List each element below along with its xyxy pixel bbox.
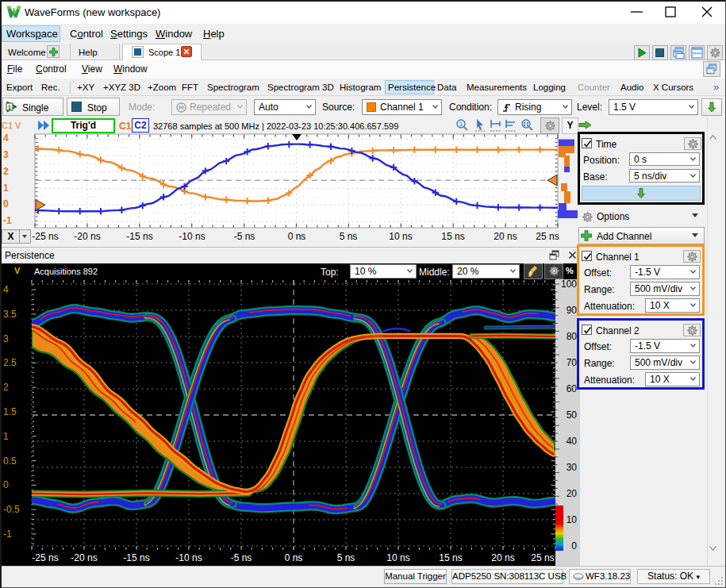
svg-text:-25 ns: -25 ns	[32, 552, 58, 563]
svg-text:1: 1	[459, 121, 463, 127]
svg-text:2.5: 2.5	[3, 357, 17, 368]
svg-text:25 ns: 25 ns	[531, 552, 554, 563]
svg-text:4: 4	[3, 284, 9, 295]
svg-text:1.5: 1.5	[3, 406, 17, 417]
svg-text:0: 0	[3, 479, 9, 490]
svg-text:5 ns: 5 ns	[337, 552, 355, 563]
svg-text:3.5: 3.5	[3, 309, 17, 320]
svg-text:0 ns: 0 ns	[285, 552, 303, 563]
svg-text:3: 3	[3, 333, 9, 344]
svg-text:-5 ns: -5 ns	[231, 552, 252, 563]
svg-text:1: 1	[8, 104, 12, 111]
svg-text:-1: -1	[3, 528, 12, 540]
svg-text:20 ns: 20 ns	[491, 552, 514, 563]
svg-text:2: 2	[3, 382, 9, 393]
svg-text:1: 1	[3, 431, 9, 442]
svg-text:-20 ns: -20 ns	[71, 552, 97, 563]
svg-text:15 ns: 15 ns	[439, 552, 462, 563]
svg-text:10 ns: 10 ns	[386, 552, 409, 563]
svg-text:0.5: 0.5	[3, 455, 17, 467]
svg-text:-10 ns: -10 ns	[175, 552, 202, 563]
svg-text:-0.5: -0.5	[3, 504, 20, 515]
svg-text:-15 ns: -15 ns	[123, 552, 149, 563]
